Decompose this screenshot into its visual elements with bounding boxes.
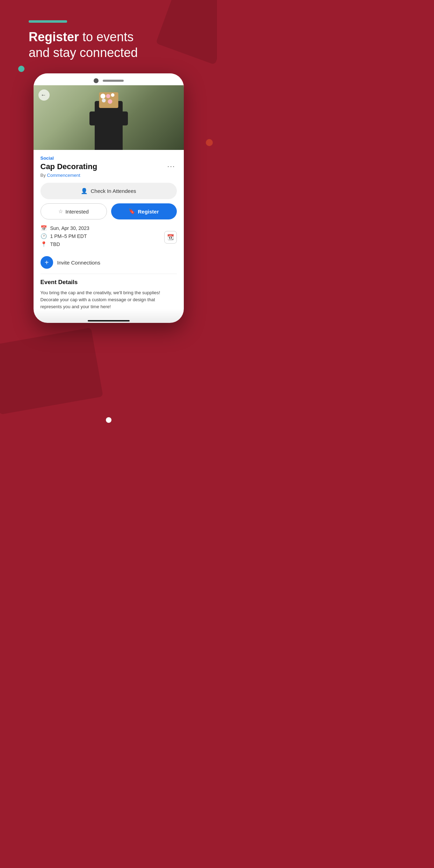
event-details-section: Event Details You bring the cap and the … [41, 279, 177, 314]
person-arms [89, 111, 128, 125]
card-content: Social Cap Decorating ··· By Commencemen… [34, 150, 184, 319]
add-to-calendar-button[interactable]: 📆 [164, 231, 177, 244]
header-title: Register to eventsand stay connected [29, 29, 203, 60]
check-in-icon: 👤 [81, 188, 88, 194]
scroll-indicator [34, 309, 184, 323]
organizer-prefix: By [41, 173, 47, 178]
flower-2 [106, 94, 110, 98]
more-options-button[interactable]: ··· [166, 162, 177, 170]
event-details-text: You bring the cap and the creativity, we… [41, 289, 177, 310]
event-location: TBD [50, 241, 60, 247]
location-row: 📍 TBD [41, 241, 177, 247]
bg-decoration-bottom [0, 327, 103, 414]
scroll-line [88, 320, 130, 321]
back-button[interactable]: ← [38, 89, 50, 101]
invite-plus-button[interactable]: + [41, 256, 53, 269]
invite-row: + Invite Connections [41, 253, 177, 274]
event-time: 1 PM–5 PM EDT [50, 233, 87, 239]
organizer-link[interactable]: Commencement [47, 173, 80, 178]
star-icon: ☆ [58, 208, 63, 215]
event-category: Social [41, 155, 177, 161]
event-title: Cap Decorating [41, 162, 166, 171]
event-info-section: 📅 Sun, Apr 30, 2023 🕐 1 PM–5 PM EDT 📍 TB… [41, 225, 177, 249]
check-in-label: Check In Attendees [91, 188, 136, 194]
event-image: ← [34, 85, 184, 150]
bouquet-square [99, 92, 118, 108]
invite-label: Invite Connections [57, 260, 100, 266]
calendar-icon: 📅 [41, 225, 47, 231]
back-arrow-icon: ← [41, 92, 46, 98]
event-info-inner: 📅 Sun, Apr 30, 2023 🕐 1 PM–5 PM EDT 📍 TB… [41, 225, 177, 249]
register-icon: 🔖 [129, 208, 135, 215]
interested-button[interactable]: ☆ Interested [41, 203, 107, 219]
event-organizer: By Commencement [41, 173, 177, 178]
register-button[interactable]: 🔖 Register [111, 203, 177, 219]
flower-bouquet [97, 92, 120, 111]
header-title-bold: Register [29, 30, 79, 44]
header-area: Register to eventsand stay connected [29, 20, 203, 60]
bg-dot-teal [18, 66, 24, 72]
clock-icon: 🕐 [41, 233, 47, 239]
flower-3 [111, 93, 114, 97]
date-row: 📅 Sun, Apr 30, 2023 [41, 225, 177, 231]
phone-mockup: ← Social Cap Decorating ··· By Commencem… [34, 73, 184, 323]
accent-bar [29, 20, 67, 23]
flower-5 [108, 99, 112, 104]
flower-1 [100, 94, 105, 99]
event-date: Sun, Apr 30, 2023 [50, 225, 89, 231]
person-silhouette [95, 101, 123, 150]
interested-label: Interested [65, 209, 89, 215]
bg-dot-bottom [106, 417, 111, 423]
check-in-button[interactable]: 👤 Check In Attendees [41, 183, 177, 199]
flower-4 [102, 99, 106, 102]
register-label: Register [138, 209, 159, 215]
person-body [95, 101, 123, 150]
bg-dot-red [206, 139, 213, 146]
phone-speaker [103, 80, 124, 82]
phone-top-bar [34, 73, 184, 85]
action-buttons-row: ☆ Interested 🔖 Register [41, 203, 177, 219]
event-details-title: Event Details [41, 279, 177, 286]
location-icon: 📍 [41, 241, 47, 247]
time-row: 🕐 1 PM–5 PM EDT [41, 233, 177, 239]
phone-camera [94, 78, 99, 83]
event-title-row: Cap Decorating ··· [41, 162, 177, 171]
